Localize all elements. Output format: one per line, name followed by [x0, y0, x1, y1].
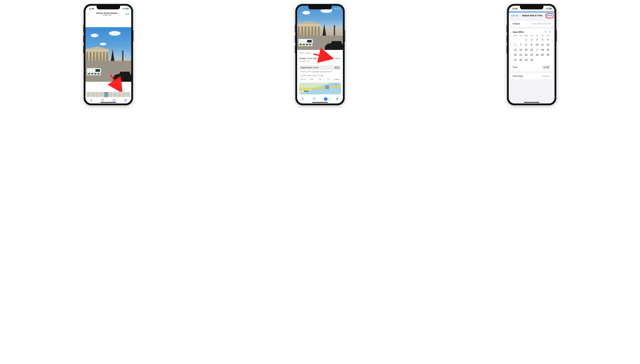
calendar-day[interactable]: 28	[518, 58, 523, 62]
next-month-button[interactable]	[549, 31, 551, 34]
share-button[interactable]	[301, 97, 304, 101]
phone-adjust-date: 11:50 ⚡ Cancel Adjust Date & Time Done O…	[507, 4, 556, 105]
svg-point-3	[114, 100, 114, 100]
cell-signal-icon	[542, 8, 545, 9]
calendar-day[interactable]: 12	[545, 42, 551, 47]
calendar-day[interactable]: 30	[529, 58, 534, 62]
timezone-value: London	[541, 75, 549, 78]
original-label: Original	[513, 22, 520, 25]
prev-month-button[interactable]	[545, 31, 546, 34]
calendar-day[interactable]: 19	[545, 47, 551, 52]
location-map[interactable]: A902 ● Leith	[299, 83, 341, 94]
calendar-day[interactable]: 20	[513, 52, 518, 58]
calendar-day[interactable]: 15	[523, 47, 529, 52]
calendar-day[interactable]: 24	[534, 52, 540, 58]
timezone-row[interactable]: Time Zone London	[510, 73, 553, 79]
camera-meta: 12 MP • 3024 × 4032 • 2.1 MB	[299, 74, 341, 78]
calendar-day[interactable]: 8	[523, 42, 529, 47]
calendar-day[interactable]: 29	[523, 58, 529, 62]
calendar-day[interactable]: 25	[540, 52, 545, 58]
calendar-day[interactable]: 18	[540, 47, 545, 52]
phone-photo-info: ⚡ Add a caption Sunday • 6 Jun 2021 • 11…	[295, 4, 345, 105]
original-date-row: Original 6 Jun 2021 at 11:05	[510, 21, 553, 27]
calendar-day[interactable]: 3	[534, 37, 540, 42]
battery-icon: ⚡	[548, 8, 552, 9]
calendar-day[interactable]: 13	[513, 47, 518, 52]
photo-datetime: Sunday • 6 Jun 2021 • 11:05	[299, 57, 324, 60]
notch	[97, 6, 120, 9]
calendar-day[interactable]: 14	[518, 47, 523, 52]
sheet-header: Cancel Adjust Date & Time Done	[509, 12, 554, 19]
wifi-icon	[334, 8, 336, 9]
calendar-day[interactable]: 17	[534, 47, 540, 52]
wifi-icon	[546, 8, 548, 9]
calendar-day[interactable]: 1	[523, 37, 529, 42]
thumbnail-strip[interactable]	[86, 92, 131, 97]
calendar-day[interactable]: 5	[545, 37, 551, 42]
photo-date-subtitle: 6 June 11:05	[96, 14, 118, 16]
calendar-day[interactable]: 27	[513, 58, 518, 62]
caption-input[interactable]: Add a caption	[297, 50, 343, 56]
home-indicator[interactable]	[101, 102, 116, 103]
map-road-badge: A902	[304, 90, 308, 92]
done-button[interactable]: Done	[547, 14, 552, 17]
cloud-synced-icon	[299, 60, 301, 62]
home-indicator[interactable]	[524, 102, 539, 103]
status-time: 11:50	[89, 8, 94, 10]
adjust-button[interactable]: Adjust	[335, 57, 341, 60]
photo-preview[interactable]	[297, 6, 343, 50]
calendar-day[interactable]: 2	[529, 37, 534, 42]
delete-button[interactable]	[124, 99, 127, 102]
cancel-button[interactable]: Cancel	[511, 14, 518, 17]
map-photo-pin[interactable]	[325, 85, 329, 90]
photo-content	[86, 27, 131, 82]
info-button[interactable]	[113, 99, 116, 102]
month-picker[interactable]: June 2021	[513, 31, 525, 34]
home-indicator[interactable]	[312, 102, 328, 103]
time-value[interactable]: 11:05	[542, 65, 551, 70]
spec-iso: ISO 25	[299, 78, 308, 81]
timezone-label: Time Zone	[513, 75, 523, 78]
camera-info-card: Apple iPhone 12 Pro HEIF iPhone 12 Pro b…	[299, 65, 341, 82]
date-info-row: Sunday • 6 Jun 2021 • 11:05 Adjust IMG_2…	[297, 56, 343, 64]
calendar-day[interactable]: 7	[518, 42, 523, 47]
spec-aperture: ƒ/2	[324, 78, 333, 81]
calendar-day[interactable]: 21	[518, 52, 523, 58]
favorite-button[interactable]	[101, 99, 104, 102]
status-time: 11:50	[512, 8, 517, 10]
svg-point-4	[335, 9, 335, 10]
calendar-day[interactable]: 22	[523, 52, 529, 58]
calendar-card: June 2021 MONTUEWEDTHUFRISATSUN ..123456…	[510, 28, 553, 71]
svg-point-6	[547, 9, 547, 10]
format-badge: HEIF	[335, 66, 339, 69]
spec-ev: 0 ev	[316, 78, 324, 81]
camera-lens: iPhone 12 Pro back triple camera 6mm f/2	[299, 70, 341, 74]
favorite-button[interactable]	[313, 97, 316, 101]
cell-signal-icon	[331, 8, 334, 9]
calendar-day[interactable]: 9	[529, 42, 534, 47]
wifi-icon	[123, 8, 125, 9]
calendar-day[interactable]: 16	[529, 47, 534, 52]
calendar-day[interactable]: 6	[513, 42, 518, 47]
calendar-day[interactable]: 23	[529, 52, 534, 58]
delete-button[interactable]	[336, 97, 339, 101]
photo-filename: IMG_2242	[302, 60, 311, 62]
calendar-day[interactable]: 10	[534, 42, 540, 47]
camera-device: Apple iPhone 12 Pro	[301, 66, 319, 69]
spec-shutter: 1/2660 s	[333, 78, 341, 81]
sheet-title: Adjust Date & Time	[522, 14, 542, 17]
calendar-day[interactable]: 26	[545, 52, 551, 58]
calendar-day[interactable]: 4	[540, 37, 545, 42]
back-button[interactable]: ‹	[88, 12, 89, 16]
camera-specs: ISO 25 6 mm 0 ev ƒ/2 1/2660 s	[299, 78, 341, 81]
spec-focal: 6 mm	[308, 78, 316, 81]
calendar-grid[interactable]: ..12345678910111213141516171819202122232…	[513, 37, 551, 62]
chevron-right-icon	[550, 75, 551, 77]
info-button-active[interactable]: i	[324, 97, 327, 101]
edit-button[interactable]: Edit	[125, 13, 129, 15]
photo-toolbar: i	[297, 96, 343, 102]
calendar-day[interactable]: 11	[540, 42, 545, 47]
photo-viewport[interactable]	[86, 17, 131, 92]
share-button[interactable]	[90, 99, 93, 102]
thumbnail-selected[interactable]	[104, 92, 109, 97]
